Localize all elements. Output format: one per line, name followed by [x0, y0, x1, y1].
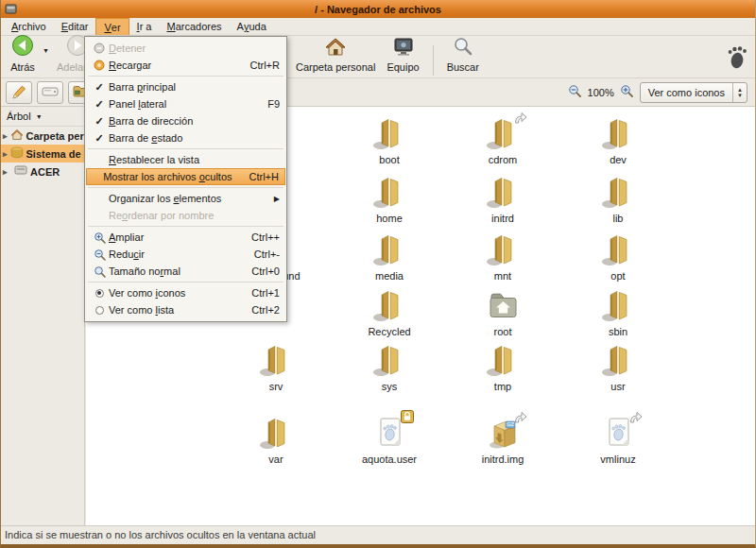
folder-icon [370, 341, 408, 379]
file-label: boot [379, 154, 399, 165]
menu-item-mostrar-los-archivos-ocultos[interactable]: Mostrar los archivos ocultosCtrl+H [86, 168, 285, 185]
expander-icon[interactable]: ▸ [3, 131, 8, 141]
menu-item-reducir[interactable]: ReducirCtrl+- [86, 246, 285, 263]
file-label: root [494, 326, 512, 337]
file-initrd[interactable]: initrd [446, 173, 559, 224]
zoom-out-button[interactable] [568, 84, 582, 100]
menu-item-tama-o-normal[interactable]: Tamaño normalCtrl+0 [86, 263, 285, 280]
sidebar-item-acer[interactable]: ▸ACER [1, 163, 84, 180]
menubar-item-ir-a[interactable]: Ir a [129, 18, 160, 35]
zoom-level[interactable]: 100% [588, 87, 614, 98]
file-sbin[interactable]: sbin [561, 286, 675, 337]
menu-item-panel-lateral[interactable]: ✓Panel lateralF9 [86, 95, 285, 112]
expander-icon[interactable]: ▸ [3, 149, 8, 159]
filesystem-root-button[interactable] [37, 81, 63, 104]
menubar-item-marcadores[interactable]: Marcadores [159, 18, 229, 35]
zoom-in-button[interactable] [620, 84, 634, 100]
zoom-in-icon [90, 231, 109, 244]
menu-item-accel: Ctrl+H [249, 171, 279, 182]
file-label: aquota.user [362, 454, 417, 465]
back-icon [10, 33, 35, 60]
menu-item-label: Detener [109, 43, 263, 54]
folder-icon [599, 173, 637, 211]
sidebar-selector[interactable]: Árbol ▼ [1, 107, 84, 127]
file-root[interactable]: root [446, 286, 559, 337]
home-button[interactable]: Carpeta personal [290, 37, 381, 76]
folder-home-icon [484, 286, 522, 324]
folder-icon [370, 173, 408, 211]
file-aquota-user[interactable]: aquota.user [333, 414, 446, 465]
file-tmp[interactable]: tmp [446, 341, 559, 392]
computer-button[interactable]: Equipo [381, 37, 424, 76]
stop-icon [90, 43, 109, 54]
menu-item-label: Organizar los elementos [109, 193, 257, 204]
window-title: / - Navegador de archivos [1, 4, 755, 15]
menu-item-ver-como-lista[interactable]: Ver como listaCtrl+2 [86, 301, 285, 318]
menu-item-accel: Ctrl+R [250, 60, 280, 71]
menu-item-accel: Ctrl+0 [251, 265, 280, 277]
sidebar-item-label: ACER [30, 166, 60, 178]
sidebar-item-carpeta-personal[interactable]: ▸Carpeta personal [1, 127, 84, 145]
file-lib[interactable]: lib [561, 173, 675, 224]
file-label: dev [610, 154, 627, 165]
link-emblem-icon [627, 410, 643, 429]
folder-icon [484, 341, 522, 379]
edit-location-button[interactable] [6, 81, 32, 104]
sidebar-item-sistema-de-archivos[interactable]: ▸Sistema de archivos [1, 145, 84, 163]
document-icon [370, 414, 408, 452]
file-label: media [375, 270, 404, 282]
file-recycled[interactable]: Recycled [333, 286, 446, 337]
statusbar: Indica si se muestran o no los archivos … [1, 525, 755, 543]
menu-item-detener[interactable]: Detener [86, 40, 285, 57]
menu-item-reordenar-por-nombre[interactable]: Reordenar por nombre [86, 207, 285, 224]
file-home[interactable]: home [333, 173, 446, 224]
view-mode-selector[interactable]: Ver como iconos ▲▼ [640, 82, 747, 103]
pencil-icon [10, 83, 27, 102]
file-var[interactable]: var [219, 414, 333, 465]
file-cdrom[interactable]: cdrom [446, 114, 559, 165]
menubar-item-ayuda[interactable]: Ayuda [230, 18, 274, 35]
back-button[interactable]: Atrás [5, 37, 41, 76]
menu-item-organizar-los-elementos[interactable]: Organizar los elementos▶ [86, 190, 285, 207]
toolbar-separator [433, 45, 434, 76]
menu-separator [88, 187, 284, 188]
file-media[interactable]: media [333, 231, 446, 282]
menu-separator [88, 226, 284, 227]
file-sys[interactable]: sys [333, 341, 446, 392]
menu-item-ampliar[interactable]: AmpliarCtrl++ [86, 229, 285, 246]
menu-item-accel: Ctrl++ [251, 231, 280, 243]
menu-item-barra-de-estado[interactable]: ✓Barra de estado [86, 129, 285, 146]
file-mnt[interactable]: mnt [446, 231, 559, 282]
check-icon: ✓ [90, 132, 109, 145]
file-label: sys [382, 381, 398, 392]
search-button[interactable]: Buscar [441, 37, 485, 76]
file-srv[interactable]: srv [219, 341, 333, 392]
zoom-out-icon [90, 248, 109, 261]
titlebar[interactable]: / - Navegador de archivos [1, 0, 755, 18]
view-mode-spin-arrows[interactable]: ▲▼ [732, 83, 747, 102]
gnome-foot-throbber-icon [727, 44, 747, 72]
menu-item-barra-principal[interactable]: ✓Barra principal [86, 78, 285, 95]
file-opt[interactable]: opt [561, 231, 675, 282]
menu-item-label: Ver como iconos [109, 287, 234, 299]
file-label: lib [612, 213, 623, 224]
menu-item-ver-como-iconos[interactable]: Ver como iconosCtrl+1 [86, 284, 285, 301]
link-emblem-icon [512, 410, 527, 429]
home-icon [10, 128, 24, 143]
menu-item-barra-de-direcci-n[interactable]: ✓Barra de dirección [86, 112, 285, 129]
file-usr[interactable]: usr [561, 341, 675, 392]
menu-item-restablecer-la-vista[interactable]: Restablecer la vista [86, 151, 285, 168]
menu-item-label: Reordenar por nombre [109, 210, 263, 221]
file-initrd-img[interactable]: GZinitrd.img [446, 414, 559, 465]
menu-item-label: Barra de dirección [109, 115, 263, 127]
file-dev[interactable]: dev [561, 114, 675, 165]
menu-item-label: Recargar [109, 60, 233, 71]
menu-item-recargar[interactable]: RecargarCtrl+R [86, 57, 285, 74]
expander-icon[interactable]: ▸ [3, 167, 11, 177]
file-label: var [268, 454, 283, 465]
menubar-item-ver[interactable]: Ver [95, 18, 129, 35]
back-history-dropdown[interactable]: ▼ [43, 47, 49, 54]
file-boot[interactable]: boot [333, 114, 446, 165]
file-vmlinuz[interactable]: vmlinuz [561, 414, 675, 465]
radio-on-icon [90, 289, 109, 298]
